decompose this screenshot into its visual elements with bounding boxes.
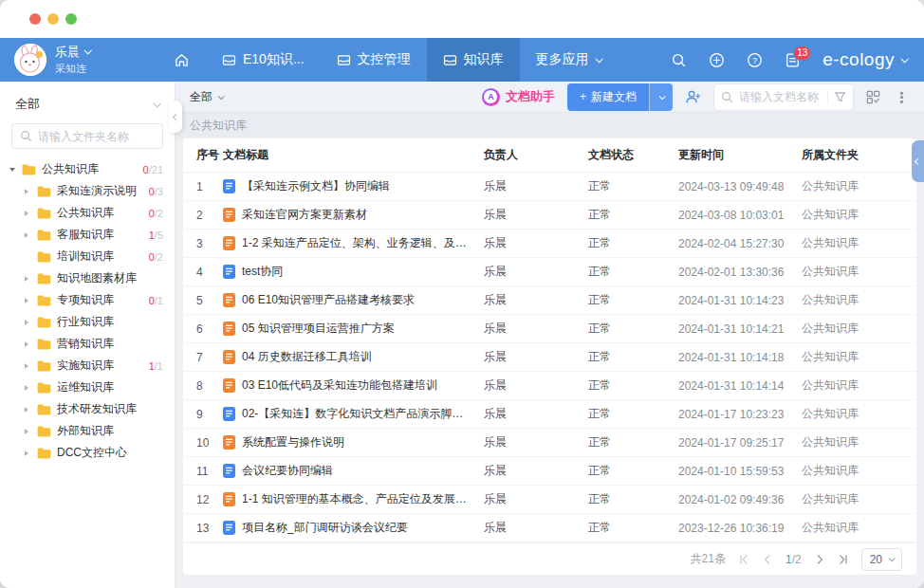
- folder-tree-item[interactable]: 行业知识库: [0, 311, 175, 333]
- table-row[interactable]: 121-1 知识管理的基本概念、产品定位及发展趋势乐晨正常2024-01-02 …: [183, 486, 916, 514]
- nav-knowledge-base[interactable]: 知识库: [427, 38, 520, 82]
- doc-scope-label: 全部: [190, 89, 213, 105]
- sidebar-collapse-handle[interactable]: [169, 101, 182, 133]
- expand-arrow-icon[interactable]: [25, 385, 37, 391]
- document-title-link[interactable]: test协同: [242, 264, 283, 280]
- document-title-link[interactable]: 采知连官网方案更新素材: [242, 207, 367, 223]
- folder-tree-item[interactable]: 知识地图素材库: [0, 267, 175, 289]
- table-row[interactable]: 506 E10知识管理产品搭建考核要求乐晨正常2024-01-31 10:14:…: [183, 286, 916, 315]
- expand-arrow-icon[interactable]: [25, 429, 37, 434]
- folder-tree-item[interactable]: 技术研发知识库: [0, 398, 175, 420]
- first-page-button[interactable]: [738, 554, 749, 565]
- expand-arrow-icon[interactable]: [25, 211, 37, 216]
- expand-arrow-icon[interactable]: [25, 189, 37, 194]
- expand-arrow-icon[interactable]: [25, 363, 37, 369]
- sidebar-scope-select[interactable]: 全部: [0, 93, 175, 116]
- notifications-button[interactable]: 13: [785, 52, 801, 68]
- doc-search-input[interactable]: [739, 90, 822, 103]
- expand-arrow-icon[interactable]: [25, 450, 37, 456]
- minimize-button[interactable]: [47, 13, 59, 25]
- nav-e10-knowledge[interactable]: E10知识...: [206, 38, 321, 82]
- table-row[interactable]: 13项目名称_部门调研访谈会议纪要乐晨正常2023-12-26 10:36:19…: [183, 514, 916, 542]
- doc-scope-select[interactable]: 全部: [190, 89, 223, 105]
- expand-arrow-icon[interactable]: [25, 341, 37, 347]
- folder-tree-item[interactable]: 培训知识库0/2: [0, 246, 175, 267]
- expand-arrow-icon[interactable]: [25, 298, 37, 303]
- user-menu[interactable]: 乐晨 采知连: [0, 44, 157, 76]
- avatar[interactable]: [14, 44, 46, 76]
- expand-arrow-icon[interactable]: [25, 232, 37, 238]
- document-title-link[interactable]: 1-1 知识管理的基本概念、产品定位及发展趋势: [242, 491, 471, 507]
- view-switch-button[interactable]: [866, 90, 880, 104]
- quick-add-button[interactable]: [709, 52, 725, 68]
- table-row[interactable]: 11会议纪要协同编辑乐晨正常2024-01-10 15:59:53公共知识库: [183, 457, 916, 486]
- document-title-link[interactable]: 02-【采知连】数字化知识文档产品演示脚本（方案价...: [242, 406, 471, 422]
- table-row[interactable]: 803 E10低代码及采知连功能包搭建培训乐晨正常2024-01-31 10:1…: [183, 372, 916, 400]
- folder-tree-item[interactable]: 采知连演示说明0/3: [0, 180, 175, 202]
- folder-tree-item[interactable]: 专项知识库0/1: [0, 289, 175, 311]
- page-size-select[interactable]: 20: [861, 548, 902, 571]
- nav-doc-control[interactable]: 文控管理: [321, 38, 427, 82]
- folder-tree-item[interactable]: 营销知识库: [0, 333, 175, 355]
- document-title-link[interactable]: 会议纪要协同编辑: [242, 463, 333, 479]
- new-doc-button[interactable]: + 新建文档: [567, 83, 649, 111]
- table-row[interactable]: 10系统配置与操作说明乐晨正常2024-01-17 09:25:17公共知识库: [183, 429, 916, 457]
- members-button[interactable]: [685, 89, 701, 104]
- document-title-link[interactable]: 系统配置与操作说明: [242, 434, 344, 450]
- brand-logo[interactable]: e-cology: [822, 49, 907, 70]
- filter-button[interactable]: [834, 91, 846, 103]
- nav-home[interactable]: [157, 38, 206, 82]
- global-search-button[interactable]: [671, 52, 687, 68]
- document-title-link[interactable]: 03 E10低代码及采知连功能包搭建培训: [242, 377, 437, 394]
- table-row[interactable]: 1【采知连示例文档】协同编辑乐晨正常2024-03-13 09:49:48公共知…: [183, 173, 916, 201]
- document-updated-time: 2024-01-02 09:49:36: [678, 493, 802, 506]
- next-page-button[interactable]: [814, 554, 825, 565]
- document-title-link[interactable]: 1-2 采知连产品定位、架构、业务逻辑、及核心亮点: [242, 235, 471, 251]
- folder-tree-item[interactable]: 外部知识库: [0, 420, 175, 442]
- table-row[interactable]: 31-2 采知连产品定位、架构、业务逻辑、及核心亮点乐晨正常2024-02-04…: [183, 230, 916, 258]
- right-panel-collapse-handle[interactable]: [912, 140, 924, 182]
- document-folder: 公共知识库: [802, 207, 916, 223]
- document-title-link[interactable]: 项目名称_部门调研访谈会议纪要: [242, 520, 408, 536]
- expand-arrow-icon[interactable]: [25, 276, 37, 282]
- maximize-button[interactable]: [65, 13, 77, 25]
- nav-more-apps[interactable]: 更多应用: [520, 38, 618, 82]
- last-page-button[interactable]: [838, 554, 849, 565]
- new-doc-dropdown-button[interactable]: [649, 83, 673, 111]
- expand-arrow-icon[interactable]: [25, 407, 37, 413]
- more-actions-button[interactable]: ⋮: [893, 90, 911, 104]
- folder-tree-item[interactable]: 运维知识库: [0, 377, 175, 398]
- folder-doc-count: 0/2: [143, 208, 163, 219]
- document-title-link[interactable]: 05 知识管理项目运营推广方案: [242, 321, 395, 337]
- table-row[interactable]: 704 历史数据迁移工具培训乐晨正常2024-01-31 10:14:18公共知…: [183, 343, 916, 372]
- folder-tree-item[interactable]: 实施知识库1/1: [0, 355, 175, 377]
- table-row[interactable]: 2采知连官网方案更新素材乐晨正常2024-03-08 10:03:01公共知识库: [183, 201, 916, 230]
- table-row[interactable]: 902-【采知连】数字化知识文档产品演示脚本（方案价...乐晨正常2024-01…: [183, 400, 916, 429]
- doc-search-box[interactable]: [713, 83, 854, 111]
- document-owner: 乐晨: [484, 292, 588, 308]
- table-row[interactable]: 4test协同乐晨正常2024-02-01 13:30:36公共知识库: [183, 258, 916, 286]
- document-title-link[interactable]: 04 历史数据迁移工具培训: [242, 349, 372, 365]
- folder-search-box[interactable]: [11, 123, 163, 149]
- folder-tree-item[interactable]: 客服知识库1/5: [0, 224, 175, 246]
- folder-tree-item[interactable]: 公共知识库0/2: [0, 202, 175, 224]
- folder-icon: [37, 186, 51, 197]
- doc-assistant-button[interactable]: A 文档助手: [482, 88, 555, 106]
- expand-arrow-icon[interactable]: [25, 320, 37, 325]
- table-row[interactable]: 605 知识管理项目运营推广方案乐晨正常2024-01-31 10:14:21公…: [183, 315, 916, 343]
- prev-page-button[interactable]: [762, 554, 773, 565]
- folder-name: 行业知识库: [57, 314, 114, 330]
- help-button[interactable]: ?: [747, 52, 763, 68]
- collapse-arrow-icon[interactable]: [9, 168, 22, 172]
- folder-tree-item[interactable]: DCC文控中心: [0, 442, 175, 464]
- col-header-folder: 所属文件夹: [802, 147, 916, 163]
- folder-name: 公共知识库: [42, 161, 99, 177]
- folder-search-input[interactable]: [38, 130, 155, 143]
- header-actions: ? 13 e-cology: [671, 49, 924, 70]
- folder-tree-item[interactable]: 公共知识库0/21: [0, 158, 175, 180]
- document-folder: 公共知识库: [802, 463, 916, 479]
- document-title-link[interactable]: 【采知连示例文档】协同编辑: [242, 178, 390, 194]
- document-title-link[interactable]: 06 E10知识管理产品搭建考核要求: [242, 292, 415, 308]
- chevron-left-icon: [172, 113, 178, 119]
- close-button[interactable]: [29, 13, 41, 25]
